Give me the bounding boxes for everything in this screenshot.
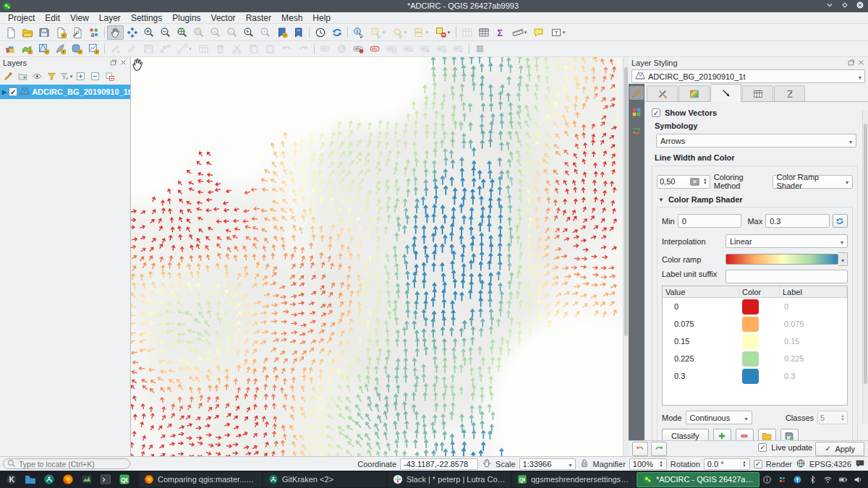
table-row[interactable]: 0.150.15 — [663, 333, 847, 350]
digitize-feature-button[interactable] — [157, 42, 174, 56]
zoom-next-button[interactable] — [257, 25, 273, 40]
symbology-combo[interactable]: Arrows — [656, 134, 856, 147]
float-panel-icon[interactable] — [847, 59, 855, 68]
classify-button[interactable]: Classify — [662, 429, 709, 440]
terminal-launcher[interactable] — [96, 471, 115, 487]
metasearch-button[interactable]: ? — [472, 42, 488, 56]
info-tray-icon[interactable] — [762, 475, 773, 484]
deselect-all-button[interactable] — [432, 25, 454, 40]
zoom-full-button[interactable] — [174, 25, 190, 40]
menu-project[interactable]: Project — [3, 13, 40, 23]
add-mesh-layer-button[interactable] — [35, 42, 52, 56]
select-polygon-button[interactable] — [388, 25, 410, 40]
line-width-spinbox[interactable]: 0,50 — [657, 175, 710, 189]
filter-legend-button[interactable] — [45, 70, 59, 82]
table-row[interactable]: 0.0750.075 — [663, 315, 847, 333]
menu-layer[interactable]: Layer — [94, 13, 126, 23]
class-label[interactable]: 0 — [780, 302, 847, 311]
zoom-native-button[interactable]: 1:1 — [224, 25, 240, 40]
add-delimited-text-button[interactable] — [52, 42, 69, 56]
delete-selected-button[interactable] — [212, 42, 229, 56]
layout-manager-button[interactable] — [69, 25, 85, 40]
media-player-launcher[interactable] — [77, 471, 96, 487]
project-save-button[interactable] — [35, 25, 52, 40]
clear-icon[interactable] — [690, 178, 699, 186]
color-swatch[interactable] — [742, 299, 759, 314]
zoom-out-button[interactable] — [157, 25, 174, 40]
crs-globe-icon[interactable] — [796, 458, 806, 470]
identify-features-button[interactable]: i — [350, 25, 367, 40]
class-color[interactable] — [739, 334, 780, 349]
toggle-editing-button[interactable] — [124, 42, 140, 56]
tab-vectors[interactable] — [710, 84, 741, 102]
battery-tray-icon[interactable] — [838, 475, 848, 484]
bluetooth-tray-icon[interactable] — [807, 475, 818, 484]
firefox-launcher[interactable] — [59, 471, 77, 487]
locate-box[interactable] — [3, 458, 130, 469]
menu-vector[interactable]: Vector — [206, 13, 241, 23]
close-button[interactable] — [856, 1, 864, 9]
diagram-badge-icon[interactable] — [629, 105, 644, 119]
save-ramp-button[interactable] — [780, 429, 799, 440]
new-bookmark-button[interactable] — [273, 25, 290, 40]
max-input[interactable]: 0.3 — [765, 214, 830, 228]
map-canvas[interactable] — [131, 57, 623, 456]
class-value[interactable]: 0 — [663, 302, 739, 311]
filter-by-expression-button[interactable]: ε — [59, 70, 73, 82]
redo-style-button[interactable] — [651, 442, 667, 456]
measure-line-button[interactable] — [509, 25, 530, 40]
labeling-options-button[interactable]: abc — [317, 42, 333, 56]
styling-layer-selector[interactable]: ADCIRC_BG_20190910_1t — [631, 69, 865, 83]
color-swatch[interactable] — [742, 334, 759, 349]
class-color[interactable] — [739, 351, 780, 367]
class-color[interactable] — [739, 317, 780, 332]
class-label[interactable]: 0.3 — [780, 372, 847, 380]
zoom-in-button[interactable] — [140, 25, 157, 40]
diagram-options-button[interactable] — [333, 42, 350, 56]
tab-averaging[interactable] — [774, 85, 805, 101]
float-panel-icon[interactable] — [109, 59, 117, 68]
remove-layer-button[interactable] — [103, 70, 116, 82]
add-group-button[interactable] — [16, 70, 30, 82]
tab-rendering[interactable] — [742, 85, 773, 101]
pan-to-selection-button[interactable] — [124, 25, 140, 40]
menu-view[interactable]: View — [65, 13, 94, 23]
label-rotate-button[interactable]: abc — [433, 42, 450, 56]
label-move-button[interactable]: abc — [417, 42, 433, 56]
open-layer-styling-button[interactable] — [1, 70, 15, 82]
scrollbar-thumb[interactable] — [864, 124, 867, 384]
label-unit-suffix-input[interactable] — [726, 270, 848, 283]
map-tips-button[interactable] — [530, 25, 547, 40]
class-label[interactable]: 0.15 — [780, 337, 847, 346]
label-pin-button[interactable]: abc — [350, 42, 367, 56]
table-row[interactable]: 00 — [663, 298, 847, 315]
gitkraken-launcher[interactable] — [40, 471, 59, 487]
class-value[interactable]: 0.225 — [663, 354, 739, 363]
crs-value[interactable]: EPSG:4326 — [809, 460, 851, 468]
class-value[interactable]: 0.075 — [663, 320, 739, 328]
maximize-button[interactable] — [841, 1, 849, 9]
add-class-button[interactable] — [713, 429, 731, 440]
temporal-controller-button[interactable] — [312, 25, 328, 40]
undo-style-button[interactable] — [632, 442, 648, 456]
menu-edit[interactable]: Edit — [40, 13, 65, 23]
class-value[interactable]: 0.3 — [663, 372, 739, 380]
class-label[interactable]: 0.225 — [780, 354, 847, 363]
menu-mesh[interactable]: Mesh — [276, 13, 307, 23]
table-row[interactable]: 0.30.3 — [663, 367, 847, 385]
current-edits-button[interactable] — [107, 42, 124, 56]
tab-contours[interactable] — [678, 85, 710, 101]
color-swatch[interactable] — [742, 369, 759, 384]
add-vector-layer-button[interactable] — [19, 42, 35, 56]
layer-visibility-checkbox[interactable] — [9, 87, 17, 96]
table-row[interactable]: 0.2250.225 — [663, 350, 847, 367]
coloring-method-combo[interactable]: Color Ramp Shader — [773, 175, 854, 189]
undo-button[interactable] — [278, 42, 295, 56]
label-highlight-button[interactable]: abc — [383, 42, 400, 56]
kde-menu-launcher[interactable]: K — [2, 471, 21, 487]
styling-scrollbar[interactable] — [862, 111, 868, 424]
label-show-hide-button[interactable]: abc — [400, 42, 417, 56]
remove-class-button[interactable] — [736, 429, 754, 440]
close-panel-icon[interactable] — [857, 59, 865, 68]
interpolation-combo[interactable]: Linear — [726, 234, 848, 248]
